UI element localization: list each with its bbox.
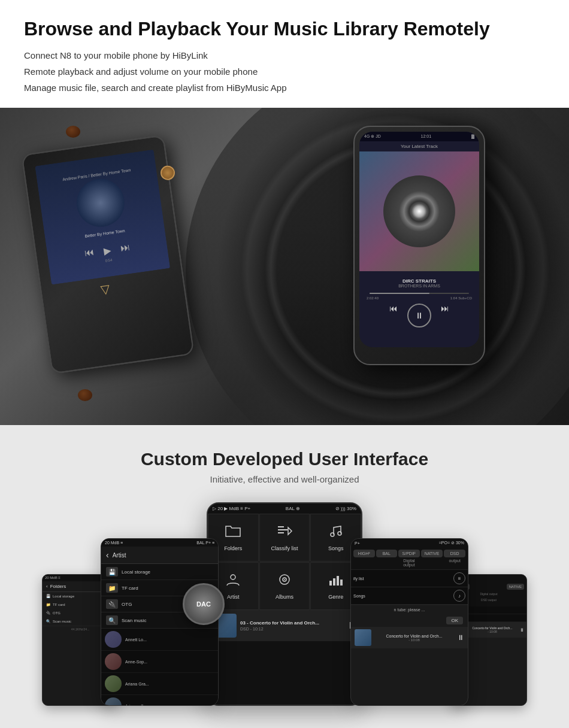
albums-icon <box>276 572 293 590</box>
phone-track-info: DIRC STRAITS BROTHERS IN ARMS <box>364 276 474 290</box>
tiny-np-info: Concerto for Violin and Orch... - 10:08 <box>467 626 517 633</box>
native-badge: NATIVE <box>421 550 443 557</box>
scan-icon: 🔍 <box>106 615 118 625</box>
center-phone-nowplaying: 03 - Concerto for Violin and Orch... DSD… <box>208 610 361 641</box>
phone-play-circle: ⏸ <box>407 304 431 327</box>
tiny-back-icon: ‹ <box>46 584 48 589</box>
np-track-title: 03 - Concerto for Violin and Orch... <box>240 620 343 626</box>
phone-progress-bar <box>370 293 469 294</box>
local-storage-icon: 💾 <box>106 567 118 577</box>
ok-button[interactable]: OK <box>446 617 463 624</box>
top-section: Browse and Playback Your Music Library R… <box>0 0 569 96</box>
side-phone-right: P+ =PO= ⊘ 30% HIGH² BAL S/PDIF Digital o… <box>350 538 468 706</box>
phone-duration: 1:04 Sub+CD <box>450 296 472 300</box>
svg-rect-12 <box>337 576 339 586</box>
bottom-section: Custom Developed User Interface Initiati… <box>0 425 569 728</box>
right-list-classify: ify list <box>353 577 364 581</box>
np-track-meta: DSD - 10:12 <box>240 627 343 631</box>
artist-list: Annett Lo... Anne-Sop... Ariana Gra... A… <box>101 629 218 706</box>
tiny-storage-icon: 💾 <box>46 594 50 598</box>
tiny-otg-icon: 🔌 <box>46 611 50 615</box>
np-duration: 10:12 <box>253 627 264 631</box>
phone-play-controls: ⏮ ⏸ ⏭ <box>364 304 474 327</box>
list-icon-2: ♪ <box>458 593 461 599</box>
right-np-title: Concerto for Violin and Orch... <box>374 634 455 638</box>
svg-marker-3 <box>288 527 292 535</box>
ui-screenshots-row: 20 MdB ≡ BAL◁ ‹ Folders 💾 Local storage … <box>12 502 557 706</box>
grid-cell-classify[interactable]: Classify list <box>259 514 310 562</box>
center-phone-grid: Folders Classify list <box>208 514 361 610</box>
right-list-songs: Songs <box>353 594 365 598</box>
spdif-label: Digital output <box>398 559 420 567</box>
tiny-np-pause: ⏸ <box>519 627 524 633</box>
artist-item-2: Anne-Sop... <box>101 651 218 673</box>
songs-icon <box>328 524 344 542</box>
dap-next-icon: ⏭ <box>119 241 130 254</box>
artist-name-4: Arianna S... <box>125 704 147 706</box>
tf-card-label: TF card <box>122 586 138 591</box>
otg-label: OTG <box>122 602 132 607</box>
decoration-bean-2 <box>78 389 92 401</box>
badge-spdif: S/PDIF Digital output <box>398 550 420 567</box>
local-storage-label: Local storage <box>122 569 150 575</box>
badge-bal: BAL <box>376 550 398 567</box>
bullet-3: Manage music file, search and create pla… <box>24 80 545 96</box>
side-right-vol: P+ <box>355 541 360 545</box>
phone-prev-icon: ⏮ <box>389 304 398 327</box>
page-title: Browse and Playback Your Music Library R… <box>24 18 545 40</box>
folders-icon <box>225 524 241 542</box>
artist-thumb-3 <box>105 675 122 692</box>
phone-track-title: DIRC STRAITS <box>367 278 472 284</box>
dap-device: Andrew Paris / Better By Home Town Bette… <box>21 135 194 374</box>
dsd-badge: DSD <box>444 550 465 557</box>
artist-name-1: Annett Lo... <box>125 638 147 642</box>
svg-point-6 <box>231 575 235 580</box>
phone-album-cover <box>359 151 479 271</box>
artist-label: Artist <box>227 594 240 600</box>
right-badges-row: HIGH² BAL S/PDIF Digital output NATIVE D… <box>351 547 468 570</box>
center-signal: ⊘ ))) 30% <box>335 506 356 511</box>
svg-rect-0 <box>278 526 284 527</box>
tiny-tf-label: TF card <box>53 603 65 606</box>
center-bal: BAL ⊕ <box>286 506 300 511</box>
center-phone: ▷ 20 ▶ MdB ≡ P+ BAL ⊕ ⊘ ))) 30% Folders <box>207 502 362 706</box>
svg-rect-13 <box>340 580 343 586</box>
right-np-pause: ⏸ <box>457 633 464 642</box>
phone-next-icon: ⏭ <box>441 304 449 327</box>
np-separator: - <box>250 627 252 631</box>
dap-track-title: Better By Home Town <box>84 228 125 238</box>
phone-time: 12:01 <box>421 134 432 139</box>
bullet-1: Connect N8 to your mobile phone by HiByL… <box>24 47 545 63</box>
phone-screen: 4G ⊕ JD 12:01 ▓ Your Latest Track DIRC S… <box>359 132 479 347</box>
dap-progress: 0:54 <box>105 258 112 263</box>
artist-thumb-2 <box>105 653 122 670</box>
np-track-info: 03 - Concerto for Violin and Orch... DSD… <box>240 620 343 631</box>
decoration-bean-1 <box>66 126 80 138</box>
artist-name-3: Ariana Gra... <box>125 682 149 686</box>
np-format: DSD <box>240 627 249 631</box>
dap-volume-knob <box>159 165 175 181</box>
side-left-bal: BAL P+ ≡ <box>196 541 214 545</box>
right-list-item-1-info: ify list <box>353 577 364 581</box>
badge-dsd: DSD output <box>444 550 465 567</box>
right-list-item-2: Songs ♪ <box>351 587 468 605</box>
phone-time-display: 2:02:40 1:04 Sub+CD <box>364 296 474 300</box>
phone-album-disc <box>383 175 455 247</box>
bal-badge: BAL <box>376 550 398 557</box>
spdif-badge: S/PDIF <box>398 550 420 557</box>
notice-text: n tube: please ... <box>394 608 425 612</box>
genre-icon <box>328 572 344 590</box>
bottom-subtitle: Initiative, effective and well-organized <box>12 474 557 484</box>
phone-progress-fill <box>370 293 429 294</box>
side-left-back-icon: ‹ <box>106 550 109 560</box>
svg-point-9 <box>284 579 285 580</box>
dap-prev-icon: ⏮ <box>84 247 95 259</box>
phone-status-bar: 4G ⊕ JD 12:01 ▓ <box>359 132 479 141</box>
grid-cell-albums[interactable]: Albums <box>259 562 310 610</box>
phone-current-time: 2:02:40 <box>367 296 379 300</box>
hero-image: Andrew Paris / Better By Home Town Bette… <box>0 108 569 425</box>
genre-label: Genre <box>328 594 343 600</box>
tiny-tf-icon: 📁 <box>46 602 50 606</box>
svg-rect-10 <box>329 581 332 586</box>
classify-icon <box>276 524 293 542</box>
